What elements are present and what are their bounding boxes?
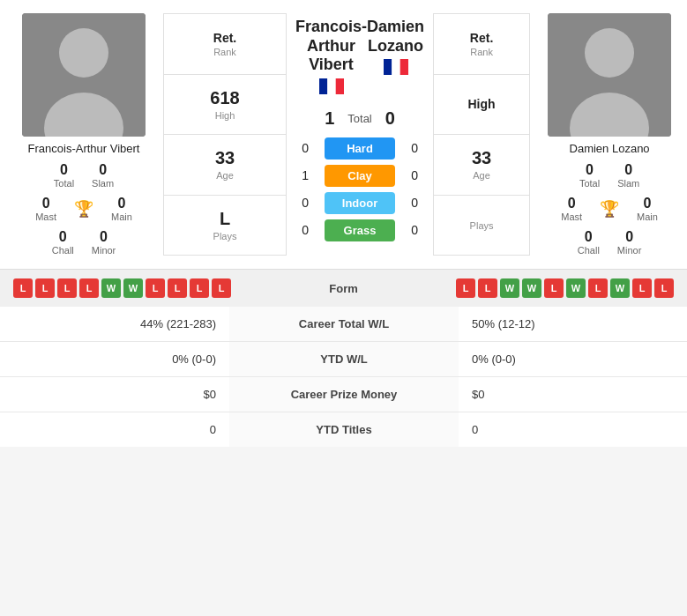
- player1-header: Francois-ArthurVibert: [295, 13, 367, 100]
- form-badge-l: L: [146, 278, 165, 298]
- player2-high-row: High: [434, 75, 529, 136]
- player1-middle-stats: Ret. Rank 618 High 33 Age L Plays: [163, 13, 287, 256]
- player1-plays-val: L: [220, 209, 230, 229]
- ytd-wl-left: 0% (0-0): [0, 342, 229, 377]
- player1-high-val: 618: [210, 88, 239, 108]
- surface-rows: 0 Hard 0 1 Clay 0 0 Indoor 0 0 Grass: [295, 137, 424, 241]
- player2-total-label: Total: [579, 178, 600, 189]
- player1-flag: [319, 78, 344, 94]
- indoor-left: 0: [296, 196, 314, 210]
- form-badge-l: L: [456, 278, 475, 298]
- form-badge-l: L: [654, 278, 674, 298]
- trophy-icon-left: 🏆: [74, 196, 93, 222]
- player2-name-header: DamienLozano: [367, 18, 424, 56]
- titles-row: 0 YTD Titles 0: [0, 412, 687, 448]
- total-row: 1 Total 0: [295, 108, 424, 129]
- hard-left: 0: [296, 141, 314, 155]
- titles-label: YTD Titles: [229, 412, 459, 448]
- player2-total-value: 0: [579, 162, 600, 178]
- player1-plays-label: Plays: [213, 231, 237, 241]
- player2-chall-value: 0: [578, 229, 600, 245]
- player2-middle-stats: Ret. Rank High 33 Age Plays: [433, 13, 530, 256]
- form-badge-w: W: [610, 278, 630, 298]
- player1-form-badges: LLLLWWLLLL: [13, 278, 291, 298]
- hard-row: 0 Hard 0: [295, 137, 424, 160]
- clay-right: 0: [406, 168, 423, 182]
- clay-badge: Clay: [325, 165, 395, 187]
- clay-row: 1 Clay 0: [295, 165, 424, 187]
- player1-high-label: High: [215, 110, 235, 121]
- svg-rect-8: [400, 59, 407, 75]
- form-badge-l: L: [57, 278, 77, 298]
- clay-left: 1: [296, 168, 314, 182]
- player2-mast: 0 Mast: [561, 196, 582, 222]
- player1-main-label: Main: [111, 212, 132, 222]
- total-score-right: 0: [385, 108, 395, 129]
- prize-right: $0: [459, 377, 687, 412]
- prize-left: $0: [0, 377, 229, 412]
- form-badge-w: W: [123, 278, 143, 298]
- player2-total: 0 Total: [579, 162, 600, 189]
- ytd-wl-right: 0% (0-0): [459, 342, 687, 377]
- svg-rect-7: [392, 59, 400, 75]
- ytd-wl-label: YTD W/L: [229, 342, 459, 377]
- player1-main: 0 Main: [111, 196, 132, 222]
- player2-rank-val: Ret.: [470, 31, 493, 45]
- player1-card: Francois-Arthur Vibert 0 Total 0 Slam 0 …: [9, 13, 159, 256]
- player2-slam: 0 Slam: [617, 162, 639, 189]
- stats-table: 44% (221-283) Career Total W/L 50% (12-1…: [0, 307, 687, 447]
- player2-main-label: Main: [637, 212, 658, 222]
- form-badge-l: L: [35, 278, 55, 298]
- career-total-row: 44% (221-283) Career Total W/L 50% (12-1…: [0, 307, 687, 342]
- grass-badge: Grass: [325, 219, 395, 241]
- career-total-label: Career Total W/L: [229, 307, 459, 342]
- player1-mast: 0 Mast: [35, 196, 56, 222]
- player1-minor-value: 0: [92, 229, 116, 245]
- player1-chall-label: Chall: [52, 245, 74, 256]
- player2-minor: 0 Minor: [617, 229, 642, 256]
- trophy-icon-right: 🏆: [600, 196, 619, 222]
- player2-minor-value: 0: [617, 229, 642, 245]
- player1-main-value: 0: [111, 196, 132, 212]
- player1-age-row: 33 Age: [164, 135, 286, 196]
- total-label: Total: [347, 112, 371, 125]
- player2-age-row: 33 Age: [434, 135, 529, 196]
- player2-age-label: Age: [473, 170, 490, 181]
- form-badge-l: L: [632, 278, 652, 298]
- player1-avatar: [22, 13, 146, 137]
- player1-bot-stats: 0 Chall 0 Minor: [52, 229, 116, 256]
- indoor-badge: Indoor: [325, 192, 395, 214]
- player2-top-stats: 0 Total 0 Slam: [579, 162, 639, 189]
- prize-label: Career Prize Money: [229, 377, 459, 412]
- form-badge-l: L: [212, 278, 231, 298]
- player2-slam-label: Slam: [617, 178, 639, 189]
- hard-right: 0: [406, 141, 423, 155]
- form-badge-w: W: [500, 278, 519, 298]
- svg-point-10: [585, 28, 634, 78]
- total-score-left: 1: [325, 108, 334, 129]
- player1-minor: 0 Minor: [92, 229, 116, 256]
- form-badge-l: L: [588, 278, 608, 298]
- center-section: Francois-ArthurVibert DamienLozano: [291, 13, 429, 256]
- player1-mast-label: Mast: [35, 212, 56, 222]
- player2-rank-label: Rank: [470, 47, 493, 57]
- form-badge-l: L: [478, 278, 497, 298]
- player2-plays-label: Plays: [470, 220, 494, 231]
- player2-main: 0 Main: [637, 196, 658, 222]
- player1-rank-val: Ret.: [213, 31, 236, 45]
- player2-mid-stats: 0 Mast 🏆 0 Main: [561, 196, 658, 222]
- player2-main-value: 0: [637, 196, 658, 212]
- player2-flag: [384, 59, 408, 75]
- career-total-right: 50% (12-12): [459, 307, 687, 342]
- prize-row: $0 Career Prize Money $0: [0, 377, 687, 412]
- player1-plays-row: L Plays: [164, 196, 286, 256]
- form-badge-l: L: [544, 278, 564, 298]
- form-badge-w: W: [566, 278, 586, 298]
- player2-high-val: High: [468, 97, 496, 111]
- player1-mast-value: 0: [35, 196, 56, 212]
- player2-header: DamienLozano: [367, 13, 424, 80]
- player2-chall-label: Chall: [578, 245, 600, 256]
- player1-chall-value: 0: [52, 229, 74, 245]
- grass-row: 0 Grass 0: [295, 219, 424, 241]
- form-badge-w: W: [522, 278, 541, 298]
